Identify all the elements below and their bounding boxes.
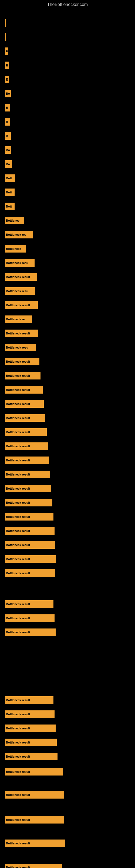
- bar-label: Bottleneck result: [6, 602, 30, 606]
- bar-label: Bottleneck result: [6, 473, 30, 476]
- bar: Bo: [5, 160, 12, 168]
- bar: Bottleneck result: [5, 839, 65, 847]
- bar-row: Bottleneck result: [0, 709, 135, 720]
- bar-label: Bottleneck result: [6, 431, 30, 434]
- bar: Bottleneck result: [5, 864, 62, 868]
- bar-label: Bottleneck result: [6, 374, 30, 377]
- bar-row: B: [0, 130, 135, 141]
- bar-label: Bottleneck resu: [6, 261, 28, 265]
- bar: Bottlenec: [5, 217, 24, 224]
- bar: [5, 19, 6, 27]
- bar-row: Bottleneck result: [0, 412, 135, 424]
- bar-row: Bottleneck result: [0, 862, 135, 868]
- bar-label: B: [6, 120, 8, 123]
- bar-row: Bottleneck result: [0, 789, 135, 800]
- bar-row: Bottleneck result: [0, 497, 135, 508]
- bar: B: [5, 104, 10, 112]
- bar-row: Bottleneck result: [0, 599, 135, 610]
- bar-label: Bottleneck result: [6, 332, 30, 335]
- bar-row: Bottleneck result: [0, 554, 135, 564]
- bar: Bottleneck result: [5, 386, 43, 394]
- bar-row: Bott: [0, 173, 135, 184]
- bar-label: Bottleneck result: [6, 770, 30, 773]
- bar-label: Bott: [6, 191, 12, 194]
- bar: E: [5, 48, 8, 55]
- bar: Bottleneck result: [5, 614, 54, 622]
- bar-row: Bottleneck resu: [0, 342, 135, 353]
- bar-row: B: [0, 102, 135, 113]
- bar-label: Bo: [6, 162, 10, 166]
- bar-label: E: [6, 78, 8, 81]
- bar: Bottleneck result: [5, 301, 38, 309]
- bar-row: Bottleneck resu: [0, 257, 135, 268]
- bar-row: Bottleneck result: [0, 455, 135, 466]
- bar: Bottleneck result: [5, 428, 47, 436]
- bar-label: Bottleneck result: [6, 557, 30, 561]
- bar-row: E: [0, 46, 135, 57]
- bar: Bottleneck result: [5, 372, 41, 379]
- bar-label: Bottleneck result: [6, 304, 30, 307]
- bar-row: Bo: [0, 88, 135, 99]
- bar-row: Bottleneck result: [0, 766, 135, 777]
- bar-row: Bottleneck result: [0, 328, 135, 339]
- bar-row: E: [0, 60, 135, 71]
- bar-row: Bottleneck result: [0, 627, 135, 638]
- bar: Bottleneck result: [5, 499, 52, 506]
- bar-row: Bottleneck result: [0, 272, 135, 282]
- bar: Bottleneck result: [5, 710, 54, 718]
- bar-label: Bottleneck result: [6, 487, 30, 490]
- bar: Bottleneck resu: [5, 259, 35, 267]
- bar-row: E: [0, 74, 135, 85]
- bar: Bottleneck result: [5, 628, 56, 636]
- bar-label: Bottleneck result: [6, 713, 30, 716]
- bar: Bott: [5, 203, 14, 210]
- bar-label: Bottleneck result: [6, 515, 30, 518]
- bar-label: Bottleneck result: [6, 571, 30, 575]
- bar: Bottleneck result: [5, 471, 50, 478]
- bar: Bottleneck result: [5, 768, 63, 775]
- bar-label: Bottleneck result: [6, 543, 30, 547]
- bar: [5, 33, 6, 41]
- bar-row: Bottleneck result: [0, 356, 135, 367]
- site-title: TheBottlenecker.com: [0, 0, 135, 9]
- bar-label: Bottleneck result: [6, 866, 30, 868]
- bar-row: Bottleneck result: [0, 737, 135, 748]
- bar: Bottleneck result: [5, 414, 45, 422]
- bar: Bottleneck result: [5, 513, 53, 521]
- bar-label: Bottleneck result: [6, 741, 30, 744]
- bar: Bottleneck re: [5, 315, 32, 323]
- bar-row: Bottleneck result: [0, 751, 135, 762]
- bar: Bottleneck result: [5, 696, 53, 704]
- bar: E: [5, 62, 9, 69]
- bar-row: Bott: [0, 187, 135, 198]
- bar: Bottleneck resu: [5, 287, 35, 295]
- bar-row: Bottleneck result: [0, 370, 135, 381]
- bar-label: B: [6, 106, 8, 109]
- bar-row: B: [0, 116, 135, 127]
- bar: Bottleneck result: [5, 555, 56, 563]
- bar-row: Bottleneck result: [0, 723, 135, 734]
- bar-row: Bottleneck result: [0, 441, 135, 452]
- bar-label: E: [6, 50, 8, 53]
- bar: Bottleneck result: [5, 457, 49, 464]
- bar: Bottleneck result: [5, 527, 54, 535]
- bar-row: Bottleneck result: [0, 568, 135, 579]
- bar: E: [5, 76, 9, 83]
- bar-label: Bottleneck result: [6, 402, 30, 405]
- bar: Bottleneck result: [5, 400, 44, 408]
- bar: Bottleneck result: [5, 330, 38, 337]
- bar: Bottleneck result: [5, 739, 57, 746]
- bar-label: Bottleneck result: [6, 416, 30, 420]
- bar-label: Bottleneck result: [6, 444, 30, 448]
- bar-row: Bottlenec: [0, 215, 135, 226]
- bar-label: Bottleneck result: [6, 793, 30, 796]
- bar: Bottleneck resu: [5, 344, 36, 351]
- bar: Bo: [5, 90, 11, 97]
- bar-label: Bottleneck result: [6, 631, 30, 634]
- bar-row: Bottleneck result: [0, 511, 135, 522]
- bar-label: Bott: [6, 205, 12, 208]
- bar: Bott: [5, 175, 15, 182]
- bar-row: Bottleneck result: [0, 838, 135, 849]
- bar: B: [5, 118, 10, 126]
- bar-row: Bottleneck result: [0, 384, 135, 395]
